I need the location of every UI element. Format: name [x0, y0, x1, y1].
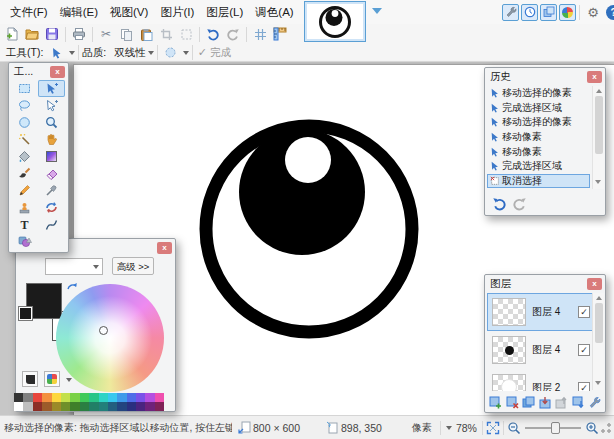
palette-swatch[interactable] [70, 393, 79, 402]
palette-swatch[interactable] [42, 402, 51, 411]
layers-panel-close-button[interactable]: x [587, 278, 602, 290]
tools-panel-titlebar[interactable]: 工... x [9, 63, 68, 79]
layer-row[interactable]: 图层 4 ✓ [487, 331, 593, 369]
palette-swatch[interactable] [89, 393, 98, 402]
advanced-colors-button[interactable]: 高级 >> [112, 257, 154, 275]
resize-grip[interactable] [600, 422, 612, 434]
palette-swatch[interactable] [155, 402, 164, 411]
layers-panel-titlebar[interactable]: 图层 x [485, 275, 605, 291]
layers-window-toggle[interactable] [540, 4, 557, 21]
color-target-dropdown[interactable] [45, 258, 103, 275]
scroll-up-icon[interactable] [596, 296, 602, 300]
tools-panel-close-button[interactable]: x [50, 66, 65, 78]
layer-visibility-checkbox[interactable]: ✓ [578, 344, 590, 356]
quality-value[interactable]: 双线性 [114, 46, 146, 60]
scroll-down-icon[interactable] [595, 180, 601, 184]
scroll-down-icon[interactable] [595, 381, 601, 385]
palette-swatch[interactable] [89, 402, 98, 411]
tool-pan[interactable] [38, 131, 65, 148]
print-button[interactable] [69, 25, 89, 43]
history-panel-close-button[interactable]: x [587, 71, 602, 83]
palette-swatch[interactable] [108, 393, 117, 402]
tool-clone-stamp[interactable] [11, 199, 38, 216]
quality-dropdown-caret[interactable] [148, 51, 154, 55]
palette-swatch[interactable] [14, 393, 23, 402]
palette-swatch[interactable] [99, 402, 108, 411]
palette-swatch[interactable] [117, 402, 126, 411]
tool-zoom[interactable] [38, 114, 65, 131]
tool-rectangle-select[interactable] [11, 80, 38, 97]
tools-window-toggle[interactable] [502, 4, 519, 21]
image-list-chevron-icon[interactable] [372, 8, 382, 14]
history-scrollbar[interactable] [592, 86, 604, 189]
zoom-dropdown-caret[interactable] [446, 426, 452, 430]
add-layer-button[interactable] [488, 395, 503, 410]
palette-swatch[interactable] [155, 393, 164, 402]
move-layer-up-button[interactable] [554, 395, 569, 410]
tool-color-picker[interactable] [38, 182, 65, 199]
palette-swatch[interactable] [127, 402, 136, 411]
merge-layer-down-button[interactable] [538, 395, 553, 410]
tool-shapes[interactable] [11, 233, 38, 250]
tool-recolor[interactable] [38, 199, 65, 216]
cut-button[interactable]: ✂ [96, 25, 116, 43]
palette-swatch[interactable] [70, 402, 79, 411]
open-button[interactable] [22, 25, 42, 43]
palette-swatch[interactable] [136, 393, 145, 402]
menu-file[interactable]: 文件(F) [4, 5, 54, 20]
mini-color-swatch[interactable] [19, 307, 32, 320]
layer-properties-button[interactable] [587, 395, 602, 410]
add-to-palette-button[interactable] [22, 371, 38, 387]
zoom-level-value[interactable]: 78% [456, 422, 477, 434]
tool-move-selection[interactable] [38, 97, 65, 114]
tool-gradient[interactable] [38, 148, 65, 165]
paste-button[interactable] [136, 25, 156, 43]
redo-button[interactable] [223, 25, 243, 43]
history-undo-button[interactable] [489, 194, 509, 212]
palette-swatch[interactable] [80, 393, 89, 402]
palette-swatch[interactable] [61, 393, 70, 402]
history-item[interactable]: 完成选择区域 [487, 159, 590, 174]
color-wheel-cursor[interactable] [99, 326, 108, 335]
copy-button[interactable] [116, 25, 136, 43]
delete-layer-button[interactable] [505, 395, 520, 410]
palette-swatch[interactable] [14, 402, 23, 411]
menu-edit[interactable]: 编辑(E) [54, 5, 104, 20]
palette-swatch[interactable] [23, 402, 32, 411]
scroll-up-icon[interactable] [596, 89, 602, 93]
history-scroll-thumb[interactable] [595, 96, 603, 154]
tool-eraser[interactable] [38, 165, 65, 182]
palette-swatch[interactable] [117, 393, 126, 402]
menu-view[interactable]: 视图(V) [104, 5, 154, 20]
finish-button[interactable]: 完成 [210, 46, 231, 60]
menu-image[interactable]: 图片(I) [154, 5, 200, 20]
selection-mode-caret[interactable] [183, 51, 189, 55]
tool-line-curve[interactable] [38, 216, 65, 233]
deselect-button[interactable] [176, 25, 196, 43]
new-button[interactable] [2, 25, 22, 43]
palette-swatch[interactable] [80, 402, 89, 411]
history-window-toggle[interactable] [521, 4, 538, 21]
history-redo-button[interactable] [509, 194, 529, 212]
palette-swatch[interactable] [42, 393, 51, 402]
duplicate-layer-button[interactable] [521, 395, 536, 410]
layers-scroll-thumb[interactable] [595, 303, 603, 343]
layer-row-selected[interactable]: 图层 4 ✓ [487, 293, 593, 331]
tool-paintbrush[interactable] [11, 165, 38, 182]
palette-swatch[interactable] [145, 393, 154, 402]
menu-adjustments[interactable]: 调色(A) [249, 5, 299, 20]
help-button[interactable]: ? [606, 5, 614, 20]
palette-swatch[interactable] [99, 393, 108, 402]
history-panel-titlebar[interactable]: 历史 x [485, 68, 605, 84]
palette-swatch[interactable] [52, 402, 61, 411]
layer-visibility-checkbox[interactable]: ✓ [578, 382, 590, 391]
history-item[interactable]: 移动选择的像素 [487, 86, 590, 101]
tool-move-selected-pixels[interactable] [38, 80, 65, 97]
colors-panel-close-button[interactable]: x [157, 242, 172, 254]
units-value[interactable]: 像素 [412, 421, 432, 435]
layers-scrollbar[interactable] [592, 293, 604, 390]
color-wheel[interactable] [56, 284, 164, 392]
rulers-toggle-button[interactable] [270, 25, 290, 43]
palette-swatch[interactable] [33, 393, 42, 402]
grid-toggle-button[interactable] [250, 25, 270, 43]
